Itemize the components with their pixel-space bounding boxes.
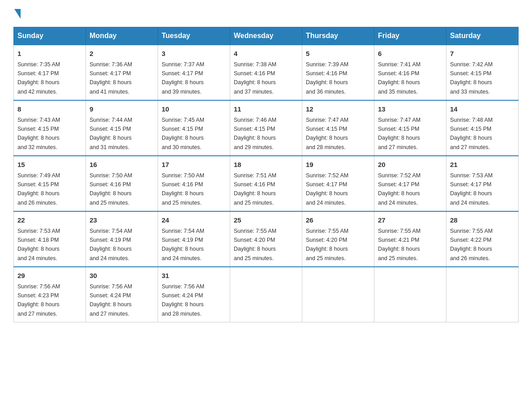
day-info: Sunrise: 7:53 AMSunset: 4:17 PMDaylight:… <box>450 172 493 206</box>
column-header-sunday: Sunday <box>14 27 86 45</box>
calendar-cell: 4 Sunrise: 7:38 AMSunset: 4:16 PMDayligh… <box>230 45 302 100</box>
day-info: Sunrise: 7:42 AMSunset: 4:15 PMDaylight:… <box>450 61 493 95</box>
logo-arrow-icon <box>14 9 21 19</box>
day-info: Sunrise: 7:55 AMSunset: 4:21 PMDaylight:… <box>378 228 420 261</box>
day-number: 4 <box>234 49 298 59</box>
calendar-cell: 18 Sunrise: 7:51 AMSunset: 4:16 PMDaylig… <box>230 156 302 211</box>
column-header-monday: Monday <box>86 27 158 45</box>
calendar-cell: 16 Sunrise: 7:50 AMSunset: 4:16 PMDaylig… <box>86 156 158 211</box>
day-number: 17 <box>162 160 226 170</box>
calendar-cell: 29 Sunrise: 7:56 AMSunset: 4:23 PMDaylig… <box>14 267 86 322</box>
calendar-cell: 5 Sunrise: 7:39 AMSunset: 4:16 PMDayligh… <box>302 45 374 100</box>
day-info: Sunrise: 7:52 AMSunset: 4:17 PMDaylight:… <box>378 172 420 206</box>
calendar-cell: 8 Sunrise: 7:43 AMSunset: 4:15 PMDayligh… <box>14 100 86 156</box>
day-number: 7 <box>450 49 515 59</box>
day-number: 31 <box>162 271 226 281</box>
day-info: Sunrise: 7:39 AMSunset: 4:16 PMDaylight:… <box>306 61 348 95</box>
day-info: Sunrise: 7:47 AMSunset: 4:15 PMDaylight:… <box>378 117 420 150</box>
calendar-cell: 22 Sunrise: 7:53 AMSunset: 4:18 PMDaylig… <box>14 211 86 267</box>
day-info: Sunrise: 7:48 AMSunset: 4:15 PMDaylight:… <box>450 117 493 150</box>
day-info: Sunrise: 7:43 AMSunset: 4:15 PMDaylight:… <box>17 117 60 150</box>
calendar-cell: 2 Sunrise: 7:36 AMSunset: 4:17 PMDayligh… <box>86 45 158 100</box>
calendar-cell: 9 Sunrise: 7:44 AMSunset: 4:15 PMDayligh… <box>86 100 158 156</box>
header-row: SundayMondayTuesdayWednesdayThursdayFrid… <box>14 27 519 45</box>
calendar-cell: 6 Sunrise: 7:41 AMSunset: 4:16 PMDayligh… <box>374 45 446 100</box>
calendar-cell: 15 Sunrise: 7:49 AMSunset: 4:15 PMDaylig… <box>14 156 86 211</box>
week-row-3: 15 Sunrise: 7:49 AMSunset: 4:15 PMDaylig… <box>14 156 519 211</box>
day-number: 8 <box>17 104 82 115</box>
calendar-cell: 3 Sunrise: 7:37 AMSunset: 4:17 PMDayligh… <box>158 45 230 100</box>
day-info: Sunrise: 7:54 AMSunset: 4:19 PMDaylight:… <box>162 228 204 261</box>
week-row-1: 1 Sunrise: 7:35 AMSunset: 4:17 PMDayligh… <box>14 45 519 100</box>
day-info: Sunrise: 7:51 AMSunset: 4:16 PMDaylight:… <box>234 172 276 206</box>
day-number: 19 <box>306 160 370 170</box>
day-number: 2 <box>90 49 154 59</box>
day-number: 15 <box>17 160 82 170</box>
day-info: Sunrise: 7:45 AMSunset: 4:15 PMDaylight:… <box>162 117 204 150</box>
calendar-cell: 21 Sunrise: 7:53 AMSunset: 4:17 PMDaylig… <box>446 156 519 211</box>
calendar-cell: 14 Sunrise: 7:48 AMSunset: 4:15 PMDaylig… <box>446 100 519 156</box>
calendar-cell: 31 Sunrise: 7:56 AMSunset: 4:24 PMDaylig… <box>158 267 230 322</box>
day-info: Sunrise: 7:55 AMSunset: 4:22 PMDaylight:… <box>450 228 493 261</box>
day-info: Sunrise: 7:56 AMSunset: 4:23 PMDaylight:… <box>17 283 60 317</box>
day-number: 22 <box>17 215 82 226</box>
day-info: Sunrise: 7:49 AMSunset: 4:15 PMDaylight:… <box>17 172 60 206</box>
day-info: Sunrise: 7:47 AMSunset: 4:15 PMDaylight:… <box>306 117 348 150</box>
week-row-4: 22 Sunrise: 7:53 AMSunset: 4:18 PMDaylig… <box>14 211 519 267</box>
day-number: 23 <box>90 215 154 226</box>
column-header-saturday: Saturday <box>446 27 519 45</box>
day-info: Sunrise: 7:38 AMSunset: 4:16 PMDaylight:… <box>234 61 276 95</box>
page-header <box>13 9 519 18</box>
day-info: Sunrise: 7:35 AMSunset: 4:17 PMDaylight:… <box>17 61 60 95</box>
day-number: 14 <box>450 104 515 115</box>
calendar-cell <box>374 267 446 322</box>
calendar-cell: 13 Sunrise: 7:47 AMSunset: 4:15 PMDaylig… <box>374 100 446 156</box>
day-info: Sunrise: 7:52 AMSunset: 4:17 PMDaylight:… <box>306 172 348 206</box>
day-number: 21 <box>450 160 515 170</box>
calendar-body: 1 Sunrise: 7:35 AMSunset: 4:17 PMDayligh… <box>14 45 519 322</box>
day-info: Sunrise: 7:56 AMSunset: 4:24 PMDaylight:… <box>162 283 204 317</box>
day-info: Sunrise: 7:55 AMSunset: 4:20 PMDaylight:… <box>234 228 276 261</box>
column-header-tuesday: Tuesday <box>158 27 230 45</box>
day-info: Sunrise: 7:55 AMSunset: 4:20 PMDaylight:… <box>306 228 348 261</box>
day-number: 16 <box>90 160 154 170</box>
week-row-2: 8 Sunrise: 7:43 AMSunset: 4:15 PMDayligh… <box>14 100 519 156</box>
day-number: 6 <box>378 49 442 59</box>
day-number: 13 <box>378 104 442 115</box>
calendar-cell: 1 Sunrise: 7:35 AMSunset: 4:17 PMDayligh… <box>14 45 86 100</box>
day-number: 11 <box>234 104 298 115</box>
calendar-cell: 27 Sunrise: 7:55 AMSunset: 4:21 PMDaylig… <box>374 211 446 267</box>
calendar-cell: 26 Sunrise: 7:55 AMSunset: 4:20 PMDaylig… <box>302 211 374 267</box>
calendar-header: SundayMondayTuesdayWednesdayThursdayFrid… <box>14 27 519 45</box>
day-number: 30 <box>90 271 154 281</box>
day-number: 25 <box>234 215 298 226</box>
day-info: Sunrise: 7:53 AMSunset: 4:18 PMDaylight:… <box>17 228 60 261</box>
day-number: 3 <box>162 49 226 59</box>
calendar-cell: 24 Sunrise: 7:54 AMSunset: 4:19 PMDaylig… <box>158 211 230 267</box>
calendar-cell: 12 Sunrise: 7:47 AMSunset: 4:15 PMDaylig… <box>302 100 374 156</box>
calendar-cell: 17 Sunrise: 7:50 AMSunset: 4:16 PMDaylig… <box>158 156 230 211</box>
day-info: Sunrise: 7:54 AMSunset: 4:19 PMDaylight:… <box>90 228 132 261</box>
day-number: 9 <box>90 104 154 115</box>
calendar-cell: 23 Sunrise: 7:54 AMSunset: 4:19 PMDaylig… <box>86 211 158 267</box>
day-info: Sunrise: 7:56 AMSunset: 4:24 PMDaylight:… <box>90 283 132 317</box>
calendar-cell <box>230 267 302 322</box>
day-number: 20 <box>378 160 442 170</box>
day-number: 24 <box>162 215 226 226</box>
calendar-cell: 10 Sunrise: 7:45 AMSunset: 4:15 PMDaylig… <box>158 100 230 156</box>
calendar-cell <box>302 267 374 322</box>
day-info: Sunrise: 7:50 AMSunset: 4:16 PMDaylight:… <box>90 172 132 206</box>
day-info: Sunrise: 7:36 AMSunset: 4:17 PMDaylight:… <box>90 61 132 95</box>
calendar-cell: 25 Sunrise: 7:55 AMSunset: 4:20 PMDaylig… <box>230 211 302 267</box>
calendar-cell: 20 Sunrise: 7:52 AMSunset: 4:17 PMDaylig… <box>374 156 446 211</box>
calendar-cell: 30 Sunrise: 7:56 AMSunset: 4:24 PMDaylig… <box>86 267 158 322</box>
column-header-thursday: Thursday <box>302 27 374 45</box>
day-number: 29 <box>17 271 82 281</box>
day-info: Sunrise: 7:44 AMSunset: 4:15 PMDaylight:… <box>90 117 132 150</box>
calendar-cell: 19 Sunrise: 7:52 AMSunset: 4:17 PMDaylig… <box>302 156 374 211</box>
day-number: 5 <box>306 49 370 59</box>
day-number: 26 <box>306 215 370 226</box>
calendar-cell: 28 Sunrise: 7:55 AMSunset: 4:22 PMDaylig… <box>446 211 519 267</box>
day-info: Sunrise: 7:41 AMSunset: 4:16 PMDaylight:… <box>378 61 420 95</box>
calendar-cell: 7 Sunrise: 7:42 AMSunset: 4:15 PMDayligh… <box>446 45 519 100</box>
